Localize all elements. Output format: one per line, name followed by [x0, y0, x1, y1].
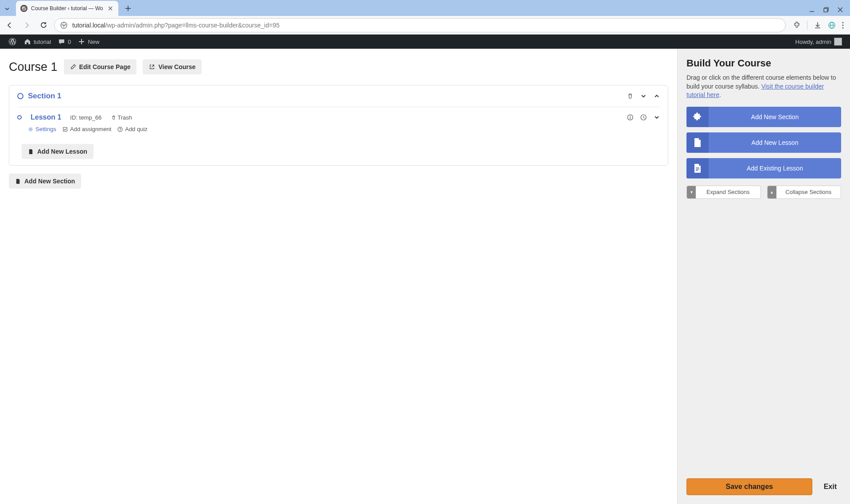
trash-icon[interactable]: [627, 93, 633, 99]
user-menu[interactable]: Howdy, admin: [792, 38, 846, 46]
collapse-sections-button[interactable]: ▴ Collapse Sections: [767, 186, 842, 199]
browser-menu-icon[interactable]: [842, 22, 844, 29]
view-course-button[interactable]: View Course: [143, 59, 202, 74]
section-header[interactable]: Section 1: [17, 92, 660, 107]
url-bar[interactable]: tutorial.local/wp-admin/admin.php?page=l…: [54, 18, 786, 32]
svg-rect-13: [63, 127, 67, 131]
add-new-section-sidebar-button[interactable]: Add New Section: [686, 107, 841, 127]
lesson-title[interactable]: Lesson 1: [31, 113, 61, 121]
svg-point-15: [120, 130, 121, 131]
svg-rect-1: [824, 8, 827, 12]
comment-icon: [58, 38, 65, 45]
sidebar-description: Drag or click on the different course el…: [686, 74, 841, 100]
tab-title: Course Builder ‹ tutorial — Wo: [31, 5, 103, 12]
file-text-icon: [686, 158, 709, 178]
content-header: Course 1 Edit Course Page View Course: [9, 59, 668, 74]
section-title[interactable]: Section 1: [28, 92, 62, 101]
svg-point-12: [30, 128, 31, 130]
chevron-down-icon: ▾: [687, 186, 696, 198]
pencil-icon: [70, 64, 76, 70]
browser-toolbar: tutorial.local/wp-admin/admin.php?page=l…: [0, 16, 850, 35]
chevron-up-icon: ▴: [768, 186, 776, 198]
drag-handle-icon[interactable]: [17, 115, 22, 120]
exit-button[interactable]: Exit: [819, 483, 841, 491]
add-assignment-link[interactable]: Add assignment: [62, 126, 111, 132]
svg-point-7: [842, 27, 844, 28]
tab-search-dropdown[interactable]: [0, 2, 14, 16]
browser-tab-strip: Course Builder ‹ tutorial — Wo: [0, 0, 850, 16]
drag-handle-icon[interactable]: [17, 93, 23, 99]
lesson-trash-link[interactable]: Trash: [111, 114, 132, 121]
site-name-link[interactable]: tutorial: [20, 35, 55, 49]
howdy-text: Howdy, admin: [795, 39, 831, 45]
add-new-lesson-sidebar-button[interactable]: Add New Lesson: [686, 132, 841, 153]
chevron-down-icon[interactable]: [654, 114, 660, 120]
new-content-link[interactable]: New: [74, 35, 103, 49]
forward-button[interactable]: [20, 19, 33, 31]
divider: [807, 21, 807, 30]
chevron-down-icon[interactable]: [640, 93, 647, 99]
save-changes-button[interactable]: Save changes: [686, 478, 812, 495]
info-icon[interactable]: [627, 114, 633, 120]
sidebar-title: Build Your Course: [686, 58, 841, 69]
browser-tab-active[interactable]: Course Builder ‹ tutorial — Wo: [16, 1, 118, 16]
lesson-header[interactable]: Lesson 1 ID: temp_66 Trash: [17, 113, 660, 121]
add-new-section-button[interactable]: Add New Section: [9, 174, 81, 189]
trash-icon: [111, 115, 116, 120]
site-info-icon[interactable]: [60, 21, 68, 29]
avatar: [834, 38, 842, 46]
extensions-icon[interactable]: [793, 21, 801, 29]
add-quiz-link[interactable]: Add quiz: [117, 126, 148, 132]
close-window-button[interactable]: [838, 7, 843, 12]
wp-logo[interactable]: [4, 35, 20, 49]
comments-link[interactable]: 0: [55, 35, 74, 49]
plus-icon: [78, 38, 85, 45]
lesson-row: Lesson 1 ID: temp_66 Trash S: [17, 107, 660, 135]
add-new-lesson-button[interactable]: Add New Lesson: [22, 144, 94, 159]
lesson-settings-link[interactable]: Settings: [28, 126, 56, 132]
add-existing-lesson-sidebar-button[interactable]: Add Existing Lesson: [686, 158, 841, 178]
sidebar: Build Your Course Drag or click on the d…: [677, 49, 850, 504]
expand-sections-button[interactable]: ▾ Expand Sections: [686, 186, 761, 199]
window-controls: [809, 7, 850, 12]
back-button[interactable]: [4, 19, 16, 31]
maximize-button[interactable]: [823, 7, 829, 12]
home-icon: [24, 38, 31, 45]
course-title: Course 1: [9, 60, 58, 74]
new-label: New: [88, 39, 99, 45]
section-card: Section 1 Lesson 1 ID: temp_66 Trash: [9, 85, 668, 166]
comments-count: 0: [68, 39, 71, 45]
svg-point-5: [842, 22, 844, 23]
svg-point-6: [842, 24, 844, 26]
file-icon: [15, 178, 21, 184]
file-icon: [28, 149, 34, 155]
wp-admin-bar: tutorial 0 New Howdy, admin: [0, 35, 850, 49]
url-text: tutorial.local/wp-admin/admin.php?page=l…: [72, 22, 280, 29]
clock-icon[interactable]: [640, 114, 647, 120]
edit-btn-label: Edit Course Page: [79, 63, 131, 70]
external-link-icon: [149, 64, 155, 70]
svg-point-10: [630, 116, 631, 116]
edit-course-page-button[interactable]: Edit Course Page: [64, 59, 137, 74]
new-tab-button[interactable]: [122, 2, 134, 15]
close-icon[interactable]: [107, 5, 114, 12]
chevron-up-icon[interactable]: [654, 93, 660, 99]
site-name-text: tutorial: [34, 39, 51, 45]
wordpress-favicon: [20, 5, 27, 12]
lesson-id: ID: temp_66: [70, 114, 101, 121]
view-btn-label: View Course: [158, 63, 195, 70]
question-icon: [117, 127, 123, 132]
browser-globe-icon[interactable]: [828, 21, 836, 29]
minimize-button[interactable]: [809, 7, 815, 12]
puzzle-icon: [686, 107, 709, 127]
reload-button[interactable]: [37, 19, 50, 31]
gear-icon: [28, 127, 33, 132]
checkbox-icon: [62, 127, 68, 132]
file-icon: [686, 132, 709, 153]
content-area: Course 1 Edit Course Page View Course Se…: [0, 49, 677, 504]
downloads-icon[interactable]: [814, 21, 822, 29]
